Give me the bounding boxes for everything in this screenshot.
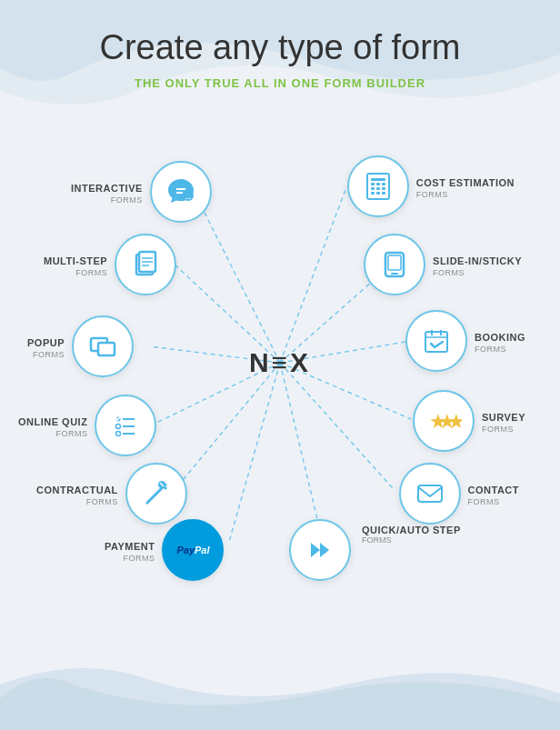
svg-rect-31 [388, 255, 401, 270]
label-payment: PAYMENT FORMS [105, 537, 155, 563]
svg-line-11 [280, 363, 323, 542]
circle-contact [399, 463, 461, 525]
svg-marker-50 [311, 543, 320, 557]
node-survey: ★ ★ ★ SURVEY FORMS [413, 390, 525, 452]
circle-booking [405, 310, 467, 372]
label-cost-estimation: COST ESTIMATION FORMS [416, 174, 515, 199]
label-slide-in: SLIDE-IN/STICKY FORMS [433, 252, 522, 277]
svg-rect-20 [376, 187, 380, 190]
page-title: Create any type of form [0, 27, 560, 69]
svg-line-1 [280, 190, 345, 363]
svg-rect-24 [382, 192, 385, 195]
svg-rect-18 [382, 183, 385, 185]
svg-rect-19 [371, 187, 375, 190]
wave-bottom [0, 657, 560, 730]
svg-rect-22 [371, 192, 375, 195]
svg-rect-21 [382, 187, 385, 190]
node-booking: BOOKING FORMS [405, 310, 525, 372]
label-survey: SURVEY FORMS [482, 408, 525, 434]
svg-point-41 [116, 424, 121, 428]
label-booking: BOOKING FORMS [475, 328, 525, 354]
svg-rect-35 [425, 332, 447, 352]
svg-rect-23 [376, 192, 380, 195]
node-interactive: INTERACTIVE FORMS ... [71, 161, 212, 223]
svg-rect-17 [376, 183, 380, 185]
node-online-quiz: ONLINE QUIZ FORMS [18, 395, 156, 456]
node-contractual: CONTRACTUAL FORMS [36, 463, 187, 525]
svg-line-10 [229, 363, 280, 542]
node-cost-estimation: COST ESTIMATION FORMS [347, 155, 515, 217]
svg-point-43 [116, 431, 121, 435]
circle-popup [72, 315, 134, 377]
label-online-quiz: ONLINE QUIZ FORMS [18, 413, 87, 438]
circle-multi-step [115, 234, 176, 295]
node-contact: CONTACT FORMS [399, 463, 519, 525]
page-subtitle: THE ONLY TRUE ALL IN ONE FORM BUILDER [0, 76, 560, 90]
node-popup: POPUP FORMS [27, 315, 134, 377]
node-slide-in: SLIDE-IN/STICKY FORMS [364, 234, 522, 295]
main-content: Create any type of form THE ONLY TRUE AL… [0, 0, 560, 626]
label-popup: POPUP FORMS [27, 334, 65, 359]
circle-quick-auto [289, 519, 351, 581]
circle-online-quiz [95, 395, 156, 456]
page-background: Create any type of form THE ONLY TRUE AL… [0, 0, 560, 730]
label-multi-step: MULTI-STEP FORMS [44, 252, 107, 277]
diagram-area: N≡X INTERACTIVE FORMS ... [0, 99, 560, 626]
svg-marker-51 [320, 543, 329, 557]
label-contact: CONTACT FORMS [468, 481, 519, 506]
circle-contractual [125, 463, 187, 525]
node-payment: PAYMENT FORMS PayPal [105, 519, 224, 581]
circle-interactive: ... [150, 161, 212, 223]
node-multi-step: MULTI-STEP FORMS [44, 234, 176, 295]
svg-rect-14 [367, 174, 389, 199]
svg-rect-16 [371, 183, 375, 185]
svg-rect-34 [98, 343, 115, 355]
center-logo: N≡X [249, 347, 311, 378]
circle-payment: PayPal [162, 519, 224, 581]
svg-rect-49 [418, 485, 442, 502]
svg-line-8 [175, 363, 280, 490]
circle-slide-in [364, 234, 425, 295]
svg-text:...: ... [185, 193, 192, 201]
svg-rect-15 [371, 178, 385, 181]
svg-text:★: ★ [447, 410, 462, 433]
node-quick-auto [289, 519, 351, 581]
circle-cost-estimation [347, 155, 409, 217]
circle-survey: ★ ★ ★ [413, 390, 475, 452]
svg-line-9 [280, 363, 393, 488]
label-contractual: CONTRACTUAL FORMS [36, 481, 118, 506]
label-interactive: INTERACTIVE FORMS [71, 179, 143, 205]
svg-rect-32 [391, 273, 398, 275]
